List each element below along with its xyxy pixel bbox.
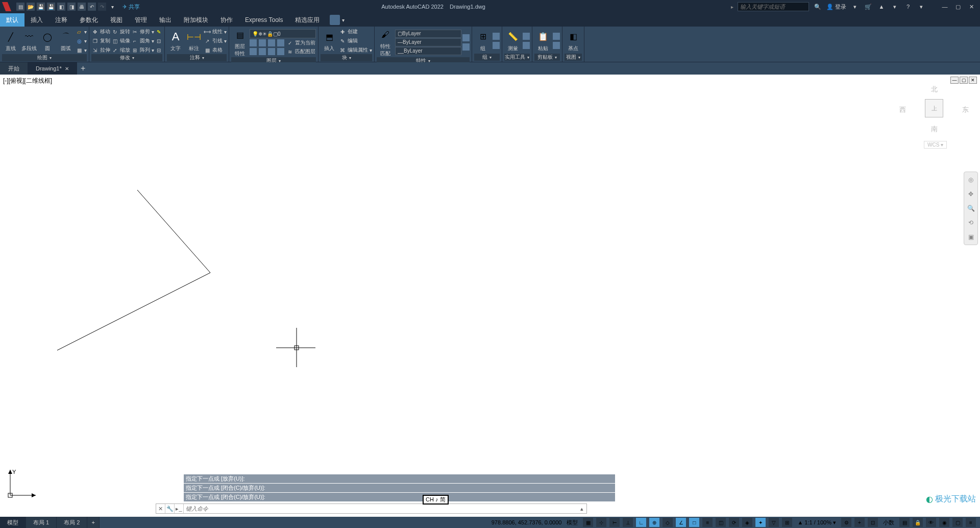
help-search-input[interactable] [738, 2, 809, 11]
set-current-button[interactable]: ✓置为当前 [286, 39, 315, 47]
edit-attrib-button[interactable]: ⌘编辑属性▾ [339, 46, 372, 54]
layout-model[interactable]: 模型 [0, 517, 26, 528]
qat-webopen-icon[interactable]: ◧ [57, 3, 65, 11]
command-input[interactable] [184, 506, 577, 512]
close-button[interactable]: ✕ [967, 2, 976, 11]
cmd-close-icon[interactable]: ✕ [156, 504, 165, 513]
nav-wheel-icon[interactable]: ◎ [965, 174, 976, 185]
tab-collaborate[interactable]: 协作 [214, 13, 239, 27]
nav-orbit-icon[interactable]: ⟲ [965, 217, 976, 228]
viewcube-top[interactable]: 上 [925, 99, 943, 117]
snap-icon[interactable]: ⊹ [596, 518, 606, 527]
close-icon[interactable]: ✕ [65, 66, 69, 71]
paste-button[interactable]: 📋粘贴 [534, 30, 552, 52]
layer-properties-button[interactable]: ▤图层 特性 [231, 28, 249, 57]
qat-saveas-icon[interactable]: 💾 [47, 3, 55, 11]
nav-showmotion-icon[interactable]: ▣ [965, 231, 976, 243]
insert-block-button[interactable]: ⬒插入 [321, 30, 338, 52]
line-button[interactable]: ╱直线 [2, 30, 19, 52]
layer-btn-3[interactable] [268, 39, 275, 47]
space-button[interactable]: 模型 [565, 519, 580, 526]
group-extra-1[interactable] [493, 32, 500, 40]
viewport-close-icon[interactable]: ✕ [969, 77, 977, 84]
linear-button[interactable]: ⟷线性▾ [204, 28, 227, 36]
linetype-selector[interactable]: ⎯⎯ ByLayer [395, 47, 461, 55]
tab-featured-apps[interactable]: 精选应用 [289, 13, 326, 27]
gizmo-icon[interactable]: ⊞ [782, 518, 792, 527]
layer-btn-2[interactable] [259, 39, 266, 47]
tab-manage[interactable]: 管理 [129, 13, 153, 27]
viewport-label[interactable]: [-][俯视][二维线框] [3, 77, 52, 85]
rotate-button[interactable]: ↻旋转 [111, 28, 130, 36]
filetab-drawing1[interactable]: Drawing1*✕ [28, 62, 77, 75]
prop-extra-2[interactable] [462, 43, 470, 51]
qat-redo-icon[interactable]: ↷ [98, 3, 106, 11]
stretch-button[interactable]: ⇲拉伸 [91, 46, 110, 54]
cycle-icon[interactable]: ⟳ [729, 518, 739, 527]
qat-save-icon[interactable]: 💾 [37, 3, 45, 11]
tab-annotate[interactable]: 注释 [49, 13, 74, 27]
polyline-button[interactable]: 〰多段线 [20, 30, 38, 52]
array-button[interactable]: ⊞阵列▾ [131, 46, 154, 54]
move-button[interactable]: ✥移动 [91, 28, 110, 36]
tab-parametric[interactable]: 参数化 [74, 13, 104, 27]
grid-icon[interactable]: ▦ [583, 518, 593, 527]
quickprops-icon[interactable]: ▤ [899, 518, 910, 527]
viewcube[interactable]: 北 西 东 上 南 WCS ▾ [909, 85, 960, 146]
otrack-icon[interactable]: ∠ [676, 518, 686, 527]
base-button[interactable]: ◧基点 [565, 30, 582, 52]
tab-insert[interactable]: 插入 [24, 13, 49, 27]
isolate-icon[interactable]: 👁 [926, 518, 936, 527]
leader-button[interactable]: ↗引线▾ [204, 37, 227, 45]
modify-extra-3[interactable]: ⊟ [155, 46, 162, 54]
nav-pan-icon[interactable]: ✥ [965, 188, 976, 200]
ortho-icon[interactable]: ∟ [636, 518, 646, 527]
login-dropdown-icon[interactable]: ▾ [850, 2, 860, 11]
filetab-start[interactable]: 开始 [0, 62, 28, 75]
match-properties-button[interactable]: 🖌特性 匹配 [377, 28, 394, 57]
trim-button[interactable]: ✂修剪▾ [131, 28, 154, 36]
viewport-minimize-icon[interactable]: — [950, 77, 959, 84]
clip-extra-1[interactable] [553, 32, 560, 40]
edit-block-button[interactable]: ✎编辑 [339, 37, 372, 45]
dropdown-icon[interactable]: ▾ [890, 2, 899, 11]
modify-extra-2[interactable]: ⊡ [155, 37, 162, 45]
table-button[interactable]: ▦表格 [204, 46, 227, 54]
cleanscreen-icon[interactable]: ▢ [952, 518, 963, 527]
viewcube-north[interactable]: 北 [931, 85, 938, 94]
circle-button[interactable]: ◯圆 [39, 30, 56, 52]
minimize-button[interactable]: — [940, 2, 949, 11]
cmd-prompt-icon[interactable]: ▸_ [175, 504, 184, 513]
tab-output[interactable]: 输出 [153, 13, 178, 27]
hardware-icon[interactable]: ◉ [939, 518, 949, 527]
workspace-icon[interactable]: + [854, 518, 865, 527]
cart-icon[interactable]: 🛒 [864, 2, 873, 11]
qat-dropdown-icon[interactable]: ▾ [108, 3, 116, 11]
qat-websave-icon[interactable]: ◨ [67, 3, 76, 11]
qat-open-icon[interactable]: 📂 [27, 3, 35, 11]
arc-button[interactable]: ⌒圆弧 [57, 30, 75, 52]
help-dropdown-icon[interactable]: ▾ [917, 2, 926, 11]
match-layer-button[interactable]: ≋匹配图层 [286, 47, 315, 56]
layer-btn-6[interactable] [259, 47, 266, 56]
layer-btn-1[interactable] [250, 39, 257, 47]
cmd-expand-icon[interactable]: ▴ [577, 504, 586, 513]
dynucs-icon[interactable]: ✦ [755, 518, 766, 527]
viewcube-wcs[interactable]: WCS ▾ [924, 141, 947, 149]
panel-toggle-icon[interactable] [330, 15, 340, 25]
iso-icon[interactable]: ◇ [663, 518, 673, 527]
fillet-button[interactable]: ⌐圆角▾ [131, 37, 154, 45]
layer-selector[interactable]: 💡❄☀🔒▢ 0 [250, 29, 316, 38]
modify-extra-1[interactable]: ✎ [155, 28, 162, 36]
tab-default[interactable]: 默认 [0, 13, 24, 27]
util-extra-2[interactable] [523, 41, 530, 50]
prop-extra-1[interactable] [462, 34, 470, 42]
help-icon[interactable]: ? [903, 2, 913, 11]
measure-button[interactable]: 📏测量 [504, 30, 522, 52]
tab-view[interactable]: 视图 [104, 13, 129, 27]
dimension-button[interactable]: ⊢⊣标注 [185, 30, 203, 52]
scale-button[interactable]: ⤢缩放 [111, 46, 130, 54]
qat-undo-icon[interactable]: ↶ [88, 3, 96, 11]
search-icon[interactable]: 🔍 [813, 2, 822, 11]
viewport-maximize-icon[interactable]: ▢ [960, 77, 968, 84]
